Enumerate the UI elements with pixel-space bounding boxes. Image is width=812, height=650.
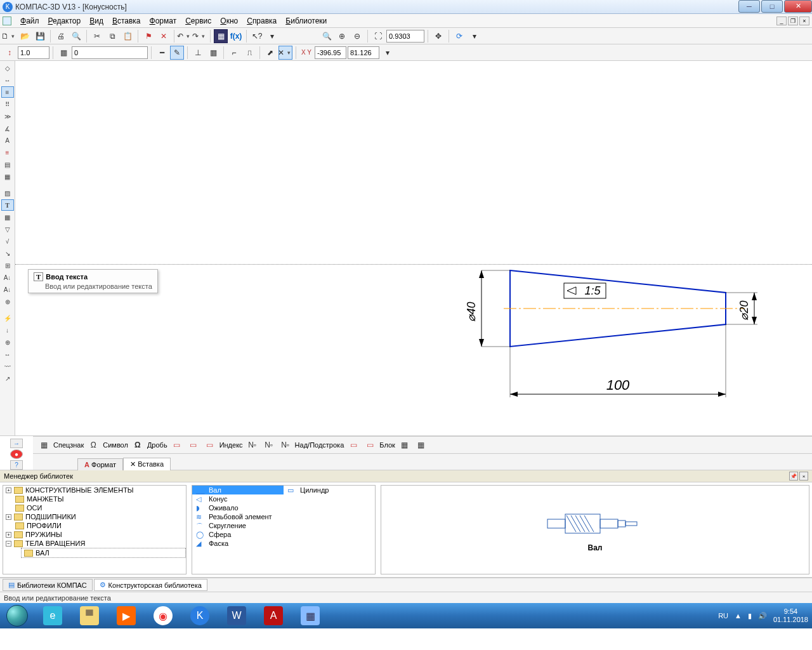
block-icon2[interactable]: ▭	[363, 438, 377, 452]
snap-button[interactable]: ⎍	[242, 46, 256, 60]
libmgr-close-icon[interactable]: ×	[799, 472, 808, 481]
pan-button[interactable]: ✥	[431, 29, 445, 43]
mdi-minimize[interactable]: _	[776, 17, 787, 25]
zoom-out-button[interactable]: ⊖	[350, 29, 364, 43]
table-tool[interactable]: ▦	[1, 211, 14, 223]
task-kompas[interactable]: K	[182, 604, 218, 628]
local-cs-button[interactable]: ⬈	[263, 46, 277, 60]
redo-button[interactable]: ↷	[193, 29, 207, 43]
menu-view[interactable]: Вид	[87, 15, 106, 27]
snap-menu-button[interactable]: ✕	[278, 46, 292, 60]
task-word[interactable]: W	[219, 604, 254, 628]
mdi-restore[interactable]: ❐	[788, 17, 798, 25]
line-style-2[interactable]: ✎	[170, 46, 184, 60]
dropdown-icon[interactable]: ▾	[381, 46, 395, 60]
menu-format[interactable]: Формат	[147, 15, 180, 27]
menu-service[interactable]: Сервис	[183, 15, 214, 27]
ortho-button[interactable]: ⌐	[227, 46, 241, 60]
zoom-fit-button[interactable]: ⛶	[371, 29, 385, 43]
measure-tool[interactable]: ∡	[1, 123, 14, 134]
layer-input[interactable]	[72, 46, 148, 59]
zoom-window-button[interactable]: 🔍	[320, 29, 334, 43]
select-tool[interactable]: A	[1, 135, 14, 146]
new-doc-button[interactable]: 🗋	[3, 29, 16, 43]
list-item[interactable]: ◢Фаска	[192, 539, 284, 548]
task-ie[interactable]: e	[35, 604, 70, 628]
print-button[interactable]: 🖨	[54, 29, 68, 43]
open-button[interactable]: 📂	[18, 29, 32, 43]
leader-tool[interactable]: ↘	[1, 248, 14, 259]
variables-button[interactable]: f(x)	[229, 29, 243, 43]
section-tool[interactable]: A↓	[1, 284, 14, 295]
coord-x-input[interactable]	[315, 46, 346, 59]
edit-tool[interactable]: ⠿	[1, 98, 14, 110]
zoom-value-input[interactable]	[386, 30, 424, 43]
copy-button[interactable]: ⧉	[105, 29, 119, 43]
task-chrome[interactable]: ◉	[145, 604, 181, 628]
menu-file[interactable]: Файл	[18, 15, 42, 27]
specchar-icon[interactable]: ▦	[37, 438, 51, 452]
menu-editor[interactable]: Редактор	[46, 15, 84, 27]
tab-format[interactable]: A Формат	[77, 458, 123, 470]
scale-icon[interactable]: ↕	[3, 46, 16, 60]
spec-tool[interactable]: ≡	[1, 147, 14, 158]
drawing-canvas[interactable]: TВвод текста Ввод или редактирование тек…	[15, 61, 812, 435]
dropdown-icon[interactable]: ▾	[468, 29, 481, 43]
arrow-tool[interactable]: A↓	[1, 272, 14, 283]
weld-tool[interactable]: ⚡	[1, 312, 14, 324]
tab-insert[interactable]: ✕ Вставка	[123, 458, 171, 470]
minimize-button[interactable]: ─	[738, 0, 760, 13]
views-tool[interactable]: ▦	[1, 171, 14, 182]
tray-volume-icon[interactable]: 🔊	[758, 612, 767, 620]
save-button[interactable]: 💾	[33, 29, 47, 43]
library-tree[interactable]: +КОНСТРУКТИВНЫЕ ЭЛЕМЕНТЫ МАНЖЕТЫ ОСИ +ПО…	[3, 485, 187, 574]
refresh-button[interactable]: ⟳	[452, 29, 466, 43]
wave-tool[interactable]: 〰	[1, 361, 14, 372]
geometry-tool[interactable]: ◇	[1, 62, 14, 74]
roughness-tool[interactable]: √	[1, 235, 14, 247]
symbol-icon[interactable]: Ω	[86, 438, 100, 452]
menu-libraries[interactable]: Библиотеки	[283, 15, 329, 27]
annotation-tool[interactable]: ≡	[1, 86, 14, 98]
start-button[interactable]	[0, 603, 34, 628]
tolerance-tool[interactable]: ⊞	[1, 260, 14, 271]
fraction-icon[interactable]: Ω	[131, 438, 145, 452]
report-tool[interactable]: ▤	[1, 159, 14, 170]
list-item[interactable]: ◁Конус	[192, 494, 284, 503]
list-item[interactable]: ◯Сфера	[192, 530, 284, 539]
index-label[interactable]: Индекс	[219, 441, 243, 449]
system-tray[interactable]: RU ▲ ▮ 🔊 9:54 01.11.2018	[718, 607, 812, 624]
axis-tool[interactable]: ↔	[1, 348, 14, 360]
libmgr-pin-icon[interactable]: 📌	[789, 472, 798, 481]
param-tool[interactable]: ≫	[1, 110, 14, 122]
tray-clock[interactable]: 9:54 01.11.2018	[773, 607, 808, 624]
grid-button[interactable]: ▦	[206, 46, 220, 60]
mark-tool[interactable]: ↓	[1, 324, 14, 336]
cancel-button[interactable]: ✕	[157, 29, 171, 43]
snap-perp[interactable]: ⊥	[191, 46, 205, 60]
supersub-icon1[interactable]: N▫	[246, 438, 259, 452]
dropdown-icon[interactable]: ▾	[265, 29, 279, 43]
center-tool[interactable]: ⊕	[1, 296, 14, 307]
list-item[interactable]: ⎯⎯Вал	[192, 486, 284, 494]
coord-y-input[interactable]	[348, 46, 379, 59]
lib-tab-constructor[interactable]: ⚙Конструкторская библиотека	[94, 579, 207, 591]
base-tool[interactable]: ▽	[1, 223, 14, 235]
menu-window[interactable]: Окно	[218, 15, 240, 27]
help-icon[interactable]: ?	[10, 460, 23, 470]
dimension-tool[interactable]: ↔	[1, 74, 14, 86]
list-item[interactable]: ◗Оживало	[192, 503, 284, 512]
task-acrobat[interactable]: A	[256, 604, 291, 628]
mdi-close[interactable]: ×	[799, 17, 809, 25]
supersub-label[interactable]: Над/Подстрока	[295, 441, 344, 449]
index-icon2[interactable]: ▭	[187, 438, 200, 452]
tray-network-icon[interactable]: ▮	[748, 612, 752, 620]
centerline-tool[interactable]: ⊕	[1, 336, 14, 348]
task-explorer[interactable]: ▀	[72, 604, 107, 628]
stop-icon[interactable]: ●	[10, 449, 23, 459]
list-item[interactable]: ⌒Скругление	[192, 521, 284, 530]
cut-button[interactable]: ✂	[90, 29, 104, 43]
auto-tool[interactable]: ↗	[1, 373, 14, 384]
paste-button[interactable]: 📋	[121, 29, 134, 43]
index-icon3[interactable]: ▭	[203, 438, 217, 452]
